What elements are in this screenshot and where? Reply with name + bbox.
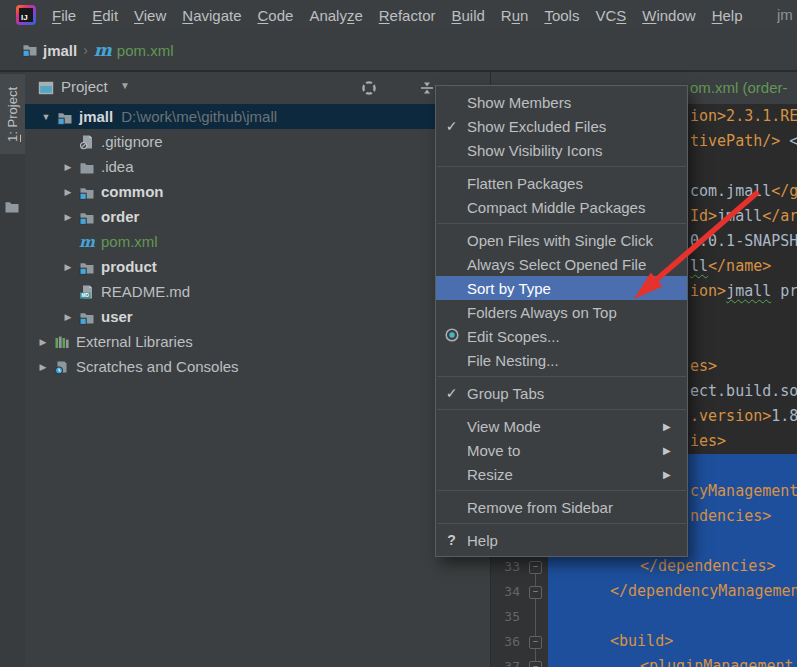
tree-item-user[interactable]: ▶user bbox=[25, 304, 490, 329]
fold-marker-icon[interactable]: − bbox=[529, 636, 542, 649]
maven-icon: m bbox=[94, 42, 112, 58]
menu-item-move-to[interactable]: Move to▶ bbox=[436, 438, 687, 462]
menu-item-folders-always-on-top[interactable]: Folders Always on Top bbox=[436, 300, 687, 324]
checkmark-icon: ✓ bbox=[436, 118, 467, 134]
menu-item-label: Flatten Packages bbox=[467, 175, 663, 192]
menu-item-group-tabs[interactable]: ✓Group Tabs bbox=[436, 381, 687, 405]
menubar-item-help[interactable]: Help bbox=[704, 7, 751, 24]
fold-marker-icon[interactable]: − bbox=[529, 586, 542, 599]
menu-item-open-files-with-single-click[interactable]: Open Files with Single Click bbox=[436, 228, 687, 252]
menu-item-sort-by-type[interactable]: Sort by Type bbox=[436, 276, 687, 300]
menu-item-file-nesting[interactable]: File Nesting... bbox=[436, 348, 687, 372]
tree-item--gitignore[interactable]: .gitignore bbox=[25, 129, 490, 154]
svg-text:MD: MD bbox=[81, 293, 89, 298]
folder-module-icon bbox=[79, 209, 95, 225]
folder-module-icon bbox=[57, 109, 73, 125]
chevron-right-icon[interactable]: ▶ bbox=[57, 162, 79, 172]
menu-item-edit-scopes[interactable]: Edit Scopes... bbox=[436, 324, 687, 348]
breadcrumb-file[interactable]: m pom.xml bbox=[94, 42, 174, 59]
code-text: com.jmall</g bbox=[690, 179, 797, 204]
file-markdown-icon: MD bbox=[79, 284, 95, 300]
folder-icon bbox=[4, 198, 20, 218]
chevron-down-icon[interactable]: ▼ bbox=[120, 80, 130, 91]
line-number: 37 bbox=[490, 654, 520, 667]
menu-item-label: Compact Middle Packages bbox=[467, 199, 663, 216]
menubar-item-file[interactable]: File bbox=[44, 7, 84, 24]
tree-item--idea[interactable]: ▶.idea bbox=[25, 154, 490, 179]
menu-item-label: Open Files with Single Click bbox=[467, 232, 663, 249]
code-text: ion>jmall pro bbox=[690, 279, 797, 304]
chevron-right-icon[interactable]: ▶ bbox=[57, 212, 79, 222]
fold-marker-icon[interactable]: − bbox=[529, 661, 542, 667]
module-folder-icon bbox=[22, 41, 38, 60]
menubar-item-analyze[interactable]: Analyze bbox=[301, 7, 370, 24]
menu-item-compact-middle-packages[interactable]: Compact Middle Packages bbox=[436, 195, 687, 219]
code-line-35[interactable]: 35 bbox=[490, 604, 797, 629]
menubar-item-tools[interactable]: Tools bbox=[536, 7, 587, 24]
folder-icon bbox=[79, 159, 95, 175]
collapse-all-button[interactable] bbox=[419, 80, 435, 99]
menu-item-label: View Mode bbox=[467, 418, 663, 435]
tree-item-pom-xml[interactable]: mpom.xml bbox=[25, 229, 490, 254]
tree-item-label: common bbox=[101, 183, 164, 200]
menu-separator bbox=[437, 223, 686, 224]
menu-item-flatten-packages[interactable]: Flatten Packages bbox=[436, 171, 687, 195]
toolwindow-icon bbox=[38, 80, 54, 99]
panel-title[interactable]: Project bbox=[61, 78, 108, 95]
tree-item-common[interactable]: ▶common bbox=[25, 179, 490, 204]
tree-item-jmall[interactable]: ▼jmallD:\work\me\github\jmall bbox=[25, 104, 490, 129]
code-text: ndencies> bbox=[690, 504, 771, 529]
menu-item-label: Resize bbox=[467, 466, 663, 483]
menu-item-label: File Nesting... bbox=[467, 352, 663, 369]
tree-item-readme-md[interactable]: MDREADME.md bbox=[25, 279, 490, 304]
menubar-item-view[interactable]: View bbox=[126, 7, 174, 24]
chevron-right-icon[interactable]: ▶ bbox=[57, 312, 79, 322]
menubar-item-edit[interactable]: Edit bbox=[84, 7, 126, 24]
menu-item-label: Help bbox=[467, 532, 663, 549]
libraries-icon bbox=[54, 334, 70, 350]
editor-tab[interactable]: om.xml (order- bbox=[690, 72, 788, 103]
breadcrumb-project[interactable]: jmall bbox=[22, 41, 77, 60]
toolwindow-stripe: 1: Project bbox=[0, 72, 25, 667]
menu-item-view-mode[interactable]: View Mode▶ bbox=[436, 414, 687, 438]
chevron-right-icon[interactable]: ▶ bbox=[57, 262, 79, 272]
tree-item-label: .idea bbox=[101, 158, 134, 175]
menu-item-resize[interactable]: Resize▶ bbox=[436, 462, 687, 486]
chevron-right-icon[interactable]: ▶ bbox=[32, 362, 54, 372]
menubar-item-refactor[interactable]: Refactor bbox=[371, 7, 444, 24]
toolwindow-button-project[interactable]: 1: Project bbox=[0, 74, 25, 154]
code-text: ies> bbox=[690, 429, 726, 454]
menu-item-show-excluded-files[interactable]: ✓Show Excluded Files bbox=[436, 114, 687, 138]
tree-item-product[interactable]: ▶product bbox=[25, 254, 490, 279]
menubar-item-window[interactable]: Window bbox=[634, 7, 703, 24]
menu-item-help[interactable]: ?Help bbox=[436, 528, 687, 552]
chevron-right-icon[interactable]: ▶ bbox=[57, 187, 79, 197]
folder-module-icon bbox=[79, 309, 95, 325]
menubar-item-vcs[interactable]: VCS bbox=[587, 7, 634, 24]
menu-item-show-members[interactable]: Show Members bbox=[436, 90, 687, 114]
chevron-down-icon[interactable]: ▼ bbox=[35, 112, 57, 122]
tree-item-external-libraries[interactable]: ▶External Libraries bbox=[25, 329, 490, 354]
menu-item-remove-from-sidebar[interactable]: Remove from Sidebar bbox=[436, 495, 687, 519]
chevron-right-icon[interactable]: ▶ bbox=[32, 337, 54, 347]
fold-marker-icon[interactable]: − bbox=[529, 561, 542, 574]
menubar-item-code[interactable]: Code bbox=[250, 7, 302, 24]
menubar-item-run[interactable]: Run bbox=[493, 7, 537, 24]
menu-item-always-select-opened-file[interactable]: Always Select Opened File bbox=[436, 252, 687, 276]
menubar-item-build[interactable]: Build bbox=[443, 7, 492, 24]
tree-item-label: Scratches and Consoles bbox=[76, 358, 239, 375]
tree-item-scratches-and-consoles[interactable]: ▶Scratches and Consoles bbox=[25, 354, 490, 379]
menu-item-show-visibility-icons[interactable]: Show Visibility Icons bbox=[436, 138, 687, 162]
menu-separator bbox=[437, 523, 686, 524]
menu-item-label: Always Select Opened File bbox=[467, 256, 663, 273]
locate-file-button[interactable] bbox=[361, 80, 377, 99]
code-text: </dependencyManagement bbox=[610, 579, 797, 604]
project-path: D:\work\me\github\jmall bbox=[121, 108, 277, 125]
line-number: 33 bbox=[490, 554, 520, 579]
navigation-bar: jmall › m pom.xml bbox=[0, 30, 797, 72]
svg-text:m: m bbox=[79, 234, 95, 250]
ide-window: IJ FileEditViewNavigateCodeAnalyzeRefact… bbox=[0, 0, 797, 667]
menu-item-label: Group Tabs bbox=[467, 385, 663, 402]
tree-item-order[interactable]: ▶order bbox=[25, 204, 490, 229]
menubar-item-navigate[interactable]: Navigate bbox=[174, 7, 249, 24]
